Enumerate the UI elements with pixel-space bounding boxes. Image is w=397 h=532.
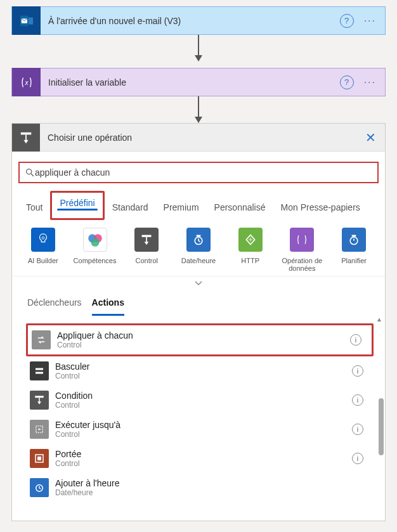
- connector-label: Control: [122, 257, 171, 264]
- svg-marker-4: [195, 55, 202, 62]
- connector-ai-builder[interactable]: AI Builder: [18, 228, 68, 264]
- svg-line-12: [31, 174, 34, 176]
- svg-rect-17: [142, 235, 152, 237]
- connector-label: Date/heure: [174, 257, 223, 264]
- competences-icon: [83, 228, 107, 252]
- help-icon[interactable]: ?: [340, 75, 354, 89]
- tab-premium[interactable]: Premium: [156, 197, 207, 220]
- flow-step-email[interactable]: À l'arrivée d'un nouvel e-mail (V3) ? ··…: [11, 6, 386, 35]
- step-title: À l'arrivée d'un nouvel e-mail (V3): [41, 16, 340, 26]
- svg-marker-19: [145, 242, 149, 245]
- svg-rect-8: [21, 132, 32, 134]
- scrollbar-thumb[interactable]: [379, 398, 384, 455]
- action-title: Appliquer à chacun: [57, 330, 350, 341]
- action-title: Basculer: [55, 361, 352, 372]
- category-tabs: Tout Prédéfini Standard Premium Personna…: [12, 188, 385, 220]
- action-subtitle: Control: [55, 372, 352, 380]
- svg-line-41: [39, 488, 41, 490]
- control-icon: [134, 228, 159, 252]
- actions-list[interactable]: ▲ Appliquer à chacun Control i Basculer: [12, 316, 385, 521]
- action-portee[interactable]: Portée Control i: [26, 444, 374, 473]
- outlook-icon: [12, 6, 41, 35]
- more-icon[interactable]: ···: [361, 77, 385, 88]
- subtab-actions[interactable]: Actions: [92, 297, 124, 316]
- ai-builder-icon: [31, 228, 55, 252]
- svg-rect-32: [35, 396, 44, 398]
- sub-tabs: Déclencheurs Actions: [12, 289, 385, 316]
- svg-line-22: [198, 241, 200, 242]
- connector-label: Compétences: [70, 257, 120, 264]
- connector-dateheure[interactable]: Date/heure: [174, 228, 223, 264]
- svg-rect-30: [36, 368, 43, 370]
- panel-title: Choisir une opération: [40, 133, 356, 143]
- loop-icon: [32, 330, 51, 349]
- connector-competences[interactable]: Compétences: [70, 228, 120, 264]
- tab-predefini[interactable]: Prédéfini: [57, 197, 97, 213]
- connector-dataops[interactable]: Opération de données: [277, 228, 327, 272]
- tab-standard[interactable]: Standard: [105, 197, 156, 220]
- info-icon[interactable]: i: [352, 365, 363, 377]
- action-condition[interactable]: Condition Control i: [26, 386, 374, 415]
- connector-arrow: [0, 96, 397, 123]
- data-ops-icon: [290, 228, 314, 252]
- subtab-triggers[interactable]: Déclencheurs: [27, 297, 82, 316]
- tab-predefini-highlight: Prédéfini: [50, 191, 104, 220]
- info-icon[interactable]: i: [352, 453, 363, 464]
- tab-personnalise[interactable]: Personnalisé: [207, 197, 273, 220]
- until-icon: [30, 420, 49, 439]
- schedule-icon: [342, 228, 366, 252]
- connector-control[interactable]: Control: [122, 228, 171, 264]
- svg-text:x: x: [24, 79, 29, 86]
- svg-rect-2: [28, 17, 32, 24]
- action-subtitle: Control: [55, 401, 352, 410]
- svg-marker-34: [37, 401, 41, 405]
- flow-step-variable[interactable]: x Initialiser la variable ? ···: [11, 68, 386, 96]
- action-subtitle: Control: [57, 341, 350, 349]
- svg-rect-23: [197, 235, 201, 237]
- clock-icon: [186, 228, 211, 252]
- action-executer-jusqua[interactable]: Exécuter jusqu'à Control i: [26, 415, 374, 444]
- action-ajouter-heure[interactable]: Ajouter à l'heure Date/heure: [26, 473, 374, 502]
- step-title: Initialiser la variable: [41, 77, 340, 88]
- info-icon[interactable]: i: [350, 334, 361, 346]
- action-basculer[interactable]: Basculer Control i: [26, 356, 374, 386]
- svg-point-16: [91, 238, 99, 247]
- search-input[interactable]: [35, 167, 372, 178]
- switch-icon: [30, 361, 49, 380]
- tab-tout[interactable]: Tout: [18, 197, 50, 220]
- svg-rect-31: [36, 372, 43, 374]
- http-icon: [238, 228, 263, 252]
- search-box-highlight: [18, 162, 379, 183]
- svg-rect-38: [37, 457, 41, 460]
- info-icon[interactable]: i: [352, 424, 363, 435]
- connector-row: AI Builder Compétences Control Date/heur…: [12, 220, 385, 276]
- svg-point-27: [350, 237, 358, 245]
- connector-label: AI Builder: [18, 257, 68, 264]
- connector-label: Planifier: [329, 257, 379, 264]
- svg-marker-36: [39, 429, 42, 431]
- action-subtitle: Date/heure: [55, 488, 370, 497]
- svg-point-13: [42, 237, 44, 239]
- info-icon[interactable]: i: [352, 394, 363, 406]
- choose-operation-panel: Choisir une opération ✕ Tout Prédéfini S…: [11, 123, 386, 521]
- action-subtitle: Control: [55, 430, 352, 439]
- action-title: Ajouter à l'heure: [55, 478, 370, 488]
- help-icon[interactable]: ?: [340, 14, 354, 28]
- scroll-up-icon[interactable]: ▲: [376, 316, 382, 323]
- svg-marker-7: [195, 117, 202, 123]
- connector-label: HTTP: [226, 257, 275, 264]
- connector-http[interactable]: HTTP: [226, 228, 275, 264]
- close-icon[interactable]: ✕: [356, 130, 385, 145]
- svg-rect-29: [352, 235, 356, 237]
- connector-planifier[interactable]: Planifier: [329, 228, 379, 264]
- more-icon[interactable]: ···: [361, 15, 385, 27]
- condition-icon: [30, 391, 49, 410]
- connector-arrow: [0, 35, 397, 62]
- tab-presse-papiers[interactable]: Mon Presse-papiers: [273, 197, 368, 220]
- expand-toggle[interactable]: [12, 276, 385, 289]
- operation-icon: [12, 124, 40, 152]
- svg-marker-10: [23, 139, 28, 143]
- action-appliquer-a-chacun[interactable]: Appliquer à chacun Control i: [26, 323, 374, 356]
- panel-header: Choisir une opération ✕: [12, 124, 385, 152]
- action-title: Exécuter jusqu'à: [55, 420, 352, 430]
